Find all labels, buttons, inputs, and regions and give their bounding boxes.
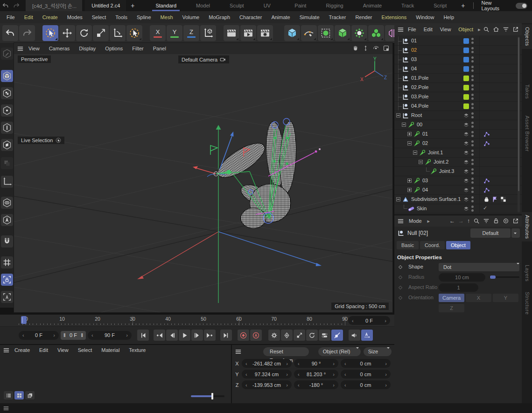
add-generator-button[interactable] bbox=[335, 25, 350, 41]
layout-tab-track[interactable]: Track bbox=[392, 0, 424, 11]
expand-toggle[interactable] bbox=[407, 179, 412, 183]
radius-field[interactable]: 10 cm bbox=[439, 273, 485, 282]
object-row[interactable]: Subdivision Surface.1 bbox=[394, 195, 522, 204]
menu-mograph[interactable]: MoGraph bbox=[204, 11, 235, 23]
layer-color-chip[interactable] bbox=[463, 76, 469, 81]
add-deformer-button[interactable] bbox=[351, 25, 367, 41]
document-tab-active[interactable]: Untitled 2.c4 bbox=[85, 0, 126, 11]
layers-icon[interactable] bbox=[463, 187, 469, 193]
points-mode-button[interactable] bbox=[1, 104, 13, 117]
layer-color-chip[interactable] bbox=[463, 38, 469, 44]
size-x-field[interactable]: ‹0 cm› bbox=[341, 359, 391, 368]
layer-color-chip[interactable] bbox=[463, 48, 469, 53]
size-z-field[interactable]: ‹0 cm› bbox=[341, 380, 391, 389]
menu-mesh[interactable]: Mesh bbox=[156, 11, 178, 23]
goto-next-key-button[interactable] bbox=[204, 330, 216, 341]
render-settings-button[interactable] bbox=[257, 25, 273, 41]
layout-tab-rigging[interactable]: Rigging bbox=[316, 0, 353, 11]
undo-tool-button[interactable] bbox=[2, 25, 18, 41]
menu-select[interactable]: Select bbox=[87, 11, 111, 23]
filter-icon[interactable] bbox=[503, 26, 509, 33]
keyframe-diamond-icon[interactable] bbox=[399, 265, 402, 269]
history-back-icon[interactable]: ← bbox=[449, 218, 455, 224]
visibility-dots[interactable] bbox=[471, 131, 474, 138]
expand-toggle[interactable] bbox=[407, 141, 412, 145]
object-row[interactable]: Joint.1 bbox=[394, 148, 522, 158]
menu-character[interactable]: Character bbox=[235, 11, 266, 23]
spin-right-icon[interactable]: › bbox=[385, 318, 386, 324]
spin-left-icon[interactable]: ‹ bbox=[91, 332, 93, 338]
tab-structure[interactable]: Structure bbox=[522, 289, 532, 317]
menu-extensions[interactable]: Extensions bbox=[377, 11, 411, 23]
cactus-mesh[interactable] bbox=[213, 121, 298, 228]
aspect-ratio-field[interactable]: 1 bbox=[439, 283, 478, 292]
tab-attributes[interactable]: Attributes bbox=[522, 212, 532, 241]
spin-left-icon[interactable]: ‹ bbox=[352, 318, 354, 324]
planar-workplane-button[interactable] bbox=[1, 291, 13, 303]
pan-view-icon[interactable] bbox=[352, 45, 359, 52]
viewport-menu-display[interactable]: Display bbox=[74, 43, 100, 54]
menu-edit[interactable]: Edit bbox=[20, 11, 38, 23]
material-preview-size-slider[interactable] bbox=[191, 395, 224, 397]
play-button[interactable] bbox=[179, 330, 190, 341]
menu-simulate[interactable]: Simulate bbox=[295, 11, 324, 23]
new-layouts-button[interactable]: New Layouts bbox=[477, 0, 513, 11]
expand-toggle[interactable] bbox=[396, 197, 400, 201]
orbit-view-icon[interactable] bbox=[372, 45, 379, 52]
menu-window[interactable]: Window bbox=[411, 11, 439, 23]
layout-toggle-switch[interactable] bbox=[516, 3, 527, 9]
texture-mode-button[interactable] bbox=[1, 87, 13, 99]
layout-tab-uvedit[interactable]: UV Edit bbox=[254, 0, 285, 11]
move-tool[interactable] bbox=[59, 25, 75, 41]
menu-render[interactable]: Render bbox=[350, 11, 377, 23]
goto-start-button[interactable] bbox=[137, 330, 149, 341]
visibility-dots[interactable] bbox=[471, 84, 474, 92]
tab-takes[interactable]: Takes bbox=[522, 82, 532, 102]
maximize-view-icon[interactable] bbox=[383, 45, 390, 52]
new-document-button[interactable]: + bbox=[126, 2, 139, 9]
om-menu-edit[interactable]: Edit bbox=[420, 23, 436, 35]
layout-tab-animate[interactable]: Animate bbox=[353, 0, 392, 11]
rotation-b-field[interactable]: ‹-180 °› bbox=[294, 380, 338, 389]
expand-toggle[interactable] bbox=[413, 151, 417, 155]
size-y-field[interactable]: ‹0 cm› bbox=[341, 370, 391, 379]
visibility-dots[interactable] bbox=[471, 47, 474, 55]
scene-canvas[interactable] bbox=[14, 54, 392, 312]
attribute-mode-menu[interactable]: Mode bbox=[404, 215, 427, 227]
position-x-field[interactable]: ‹-261.482 cm› bbox=[242, 359, 292, 368]
spin-left-icon[interactable]: ‹ bbox=[22, 332, 24, 338]
active-camera-label[interactable]: Default Camera bbox=[178, 55, 229, 63]
last-used-tool-live-selection[interactable] bbox=[126, 25, 142, 41]
layers-icon[interactable] bbox=[463, 122, 469, 128]
ik-tag-icon[interactable] bbox=[483, 131, 490, 138]
rotate-tool[interactable] bbox=[76, 25, 92, 41]
menu-animate[interactable]: Animate bbox=[266, 11, 294, 23]
object-row[interactable]: 01 bbox=[394, 130, 522, 139]
object-row[interactable]: 00 bbox=[394, 120, 522, 130]
reset-transform-button[interactable]: Reset Transform bbox=[263, 347, 309, 356]
timeline-playhead[interactable] bbox=[21, 316, 27, 324]
status-menu-icon[interactable] bbox=[3, 405, 9, 412]
mat-menu-texture[interactable]: Texture bbox=[124, 344, 150, 356]
visibility-dots[interactable] bbox=[471, 159, 474, 166]
ik-tag-icon[interactable] bbox=[483, 140, 490, 147]
orientation-y-button[interactable]: Y bbox=[493, 294, 518, 302]
menu-create[interactable]: Create bbox=[38, 11, 63, 23]
polygons-mode-button[interactable] bbox=[1, 139, 13, 151]
coordinate-system-button[interactable] bbox=[200, 25, 216, 41]
layers-icon[interactable] bbox=[463, 150, 469, 156]
material-compact-view-button[interactable] bbox=[25, 391, 35, 399]
mat-menu-material[interactable]: Material bbox=[97, 344, 124, 356]
layer-color-chip[interactable] bbox=[463, 57, 469, 62]
current-frame-spinner[interactable]: ‹ 0 F › bbox=[348, 316, 390, 325]
visibility-dots[interactable] bbox=[471, 38, 474, 45]
expand-toggle[interactable] bbox=[407, 188, 412, 192]
record-pla-toggle[interactable] bbox=[331, 330, 343, 341]
material-list-view-button[interactable] bbox=[4, 391, 13, 399]
viewport-menu-view[interactable]: View bbox=[24, 43, 44, 54]
axis-lock-z-button[interactable]: Z bbox=[183, 25, 199, 41]
keying-settings-button[interactable] bbox=[268, 330, 280, 341]
layout-tab-paint[interactable]: Paint bbox=[285, 0, 316, 11]
material-grid-view-button[interactable] bbox=[14, 391, 24, 399]
visibility-dots[interactable] bbox=[471, 122, 474, 129]
